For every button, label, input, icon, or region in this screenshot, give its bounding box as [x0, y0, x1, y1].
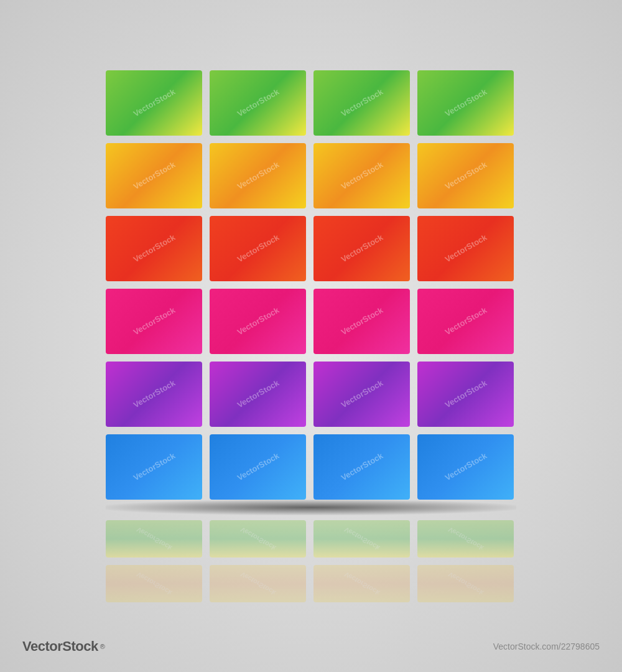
bar-r3-c4 [417, 216, 514, 281]
equalizer-wrapper [106, 70, 516, 602]
ref-r2-c1 [106, 565, 202, 602]
bar-r1-c4 [417, 70, 514, 136]
bar-r6-c2 [210, 434, 306, 500]
bar-r5-c2 [210, 362, 306, 427]
bar-r4-c1 [106, 289, 202, 354]
equalizer-grid [106, 70, 516, 500]
brand-registered: ® [100, 643, 105, 650]
brand-url: VectorStock.com/22798605 [493, 642, 600, 651]
bar-r2-c4 [417, 143, 514, 208]
bar-r1-c3 [313, 70, 410, 136]
canvas: VectorStock® VectorStock.com/22798605 [0, 0, 622, 672]
ref-r2-c3 [313, 565, 410, 602]
bar-r6-c3 [313, 434, 410, 500]
ref-r1-c3 [313, 520, 410, 558]
ref-r1-c1 [106, 520, 202, 558]
bar-r2-c1 [106, 143, 202, 208]
bar-r6-c4 [417, 434, 514, 500]
bar-r3-c2 [210, 216, 306, 281]
bar-r6-c1 [106, 434, 202, 500]
bar-r5-c4 [417, 362, 514, 427]
bar-r5-c3 [313, 362, 410, 427]
brand-left: VectorStock® [22, 638, 105, 655]
brand-name: VectorStock [22, 638, 98, 655]
reflection-grid [106, 520, 516, 602]
main-content [106, 70, 516, 602]
bar-r4-c3 [313, 289, 410, 354]
ref-r2-c4 [417, 565, 514, 602]
bar-r3-c3 [313, 216, 410, 281]
ref-r1-c4 [417, 520, 514, 558]
ref-r2-c2 [210, 565, 306, 602]
bar-r1-c1 [106, 70, 202, 136]
ref-r1-c2 [210, 520, 306, 558]
bar-r4-c2 [210, 289, 306, 354]
shadow-bar [106, 500, 516, 515]
bar-r5-c1 [106, 362, 202, 427]
bar-r4-c4 [417, 289, 514, 354]
bar-r2-c2 [210, 143, 306, 208]
bar-r1-c2 [210, 70, 306, 136]
bar-r2-c3 [313, 143, 410, 208]
bottom-brand: VectorStock® VectorStock.com/22798605 [0, 638, 622, 655]
bar-r3-c1 [106, 216, 202, 281]
